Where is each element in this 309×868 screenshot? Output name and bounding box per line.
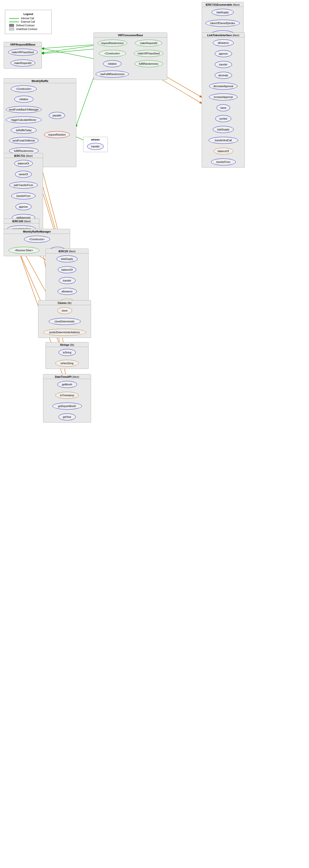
legend-box: Legend Internal Call External Call Defin…	[5, 10, 52, 34]
node-initialize-raffle: initialize	[14, 96, 33, 103]
contract-title-vrfconsumerbase: VRFConsumerBase	[94, 33, 167, 37]
contract-clones: Clones (lib) clone cloneDeterministic pr…	[38, 300, 91, 338]
node-triggercalculatewinner: triggerCalculateWinner	[6, 116, 41, 123]
contract-title-linktokeninterface: LinkTokenInterface (iface)	[202, 33, 245, 37]
node-name-link: name	[216, 104, 230, 111]
node-makevrfinputseed-base: makeVRFInputSeed	[8, 49, 38, 56]
legend-label-external: External Call	[21, 21, 35, 23]
node-transfer-20: transfer	[59, 277, 75, 284]
node-constructor-raffle: <Constructor>	[11, 85, 37, 92]
contract-title-ierc721enumerable: IERC721Enumerable (iface)	[202, 2, 243, 7]
node-transferfrom-721: transferFrom	[11, 192, 35, 199]
node-increaseapproval-link: increaseApproval	[209, 94, 238, 100]
legend-item-internal: Internal Call	[9, 17, 48, 20]
node-requestrandomness-vrf: requestRandomness	[98, 40, 127, 46]
legend-line-undefined	[9, 28, 14, 31]
legend-label-defined: Defined Contract	[16, 24, 34, 27]
legend-line-defined	[9, 24, 14, 27]
node-getmonth-datetime: getMonth	[57, 381, 77, 388]
node-constructor-vrf: <Constructor>	[99, 50, 126, 57]
legend-item-undefined: Undefined Contract	[9, 28, 48, 31]
node-symbol-link: symbol	[215, 115, 231, 122]
node-totalsupply-enum: totalSupply	[212, 9, 234, 16]
contract-title-weeklyraffle: WeeklyRaffle	[4, 79, 76, 83]
node-approve-link: approve	[215, 50, 232, 57]
node-transferfrom-link: transferFrom	[211, 158, 236, 165]
contract-strings: Strings (lib) toString toHexString	[45, 342, 89, 369]
node-getyear-datetime: getYear	[59, 413, 76, 420]
legend-item-defined: Defined Contract	[9, 24, 48, 27]
node-row-tokenofownerbyindex: tokenOfOwnerByIndex	[202, 18, 243, 29]
node-requestrandom-raffle: requestRandom	[44, 131, 70, 138]
node-row-totalsupply-enum: totalSupply	[202, 7, 243, 18]
contract-title-ierc721: IERC721 (iface)	[4, 153, 43, 158]
node-totalsupply-20: totalSupply	[57, 255, 78, 262]
node-safetransferfrom-721: safeTransferFrom	[9, 182, 38, 188]
node-transfer-link: transfer	[215, 61, 232, 68]
node-fulfillrandomness-vrf: fulfillRandomness	[134, 60, 163, 67]
node-balanceof-20: balanceOf	[58, 266, 76, 273]
node-transferandcall-link: transferAndCall	[209, 137, 238, 144]
contract-title-winner: winner	[84, 137, 107, 141]
node-allowance-20: allowance	[58, 288, 77, 295]
node-decreaseapproval-link: decreaseApproval	[209, 83, 238, 90]
contract-title-strings: Strings (lib)	[46, 342, 88, 347]
contract-title-weeklyraftlemanager: WeeklyRaffleManager	[4, 229, 70, 234]
node-allowance-link: allowance	[213, 39, 234, 46]
contract-vrfconsumerbase: VRFConsumerBase requestRandomness <Const…	[93, 32, 167, 80]
legend-line-internal	[9, 18, 19, 19]
contract-vrfrequestidbase: VRFRequestIDBase makeVRFInputSeed makeRe…	[4, 42, 42, 69]
node-predictdeterministicaddress-clones: predictDeterministicAddress	[43, 329, 86, 336]
legend-title: Legend	[9, 12, 48, 16]
node-approve-721: approve	[16, 203, 31, 210]
node-balanceof-link: balanceOf	[214, 148, 233, 155]
node-tohexstring-strings: toHexString	[55, 360, 79, 367]
node-totimestamp-datetime: toTimestamp	[55, 392, 79, 399]
legend-line-external	[9, 22, 19, 22]
node-ownerof-721: ownerOf	[15, 171, 32, 178]
contract-datetimeapi: DateTimeAPI (iface) getMonth toTimestamp…	[43, 374, 91, 423]
node-clonedeterministic-clones: cloneDeterministic	[49, 318, 81, 325]
node-receiveether-manager: <Receive Ether>	[9, 247, 39, 254]
node-initialize-vrf: initialize	[103, 60, 122, 67]
node-makevrfinputseed-vrf: makeVRFInputSeed	[134, 50, 163, 57]
node-balanceof-721: balanceOf	[14, 160, 33, 167]
node-makerequestid-base: makeRequestId	[10, 60, 35, 66]
node-payable-raffle: payable	[49, 112, 65, 119]
diagram-container: Legend Internal Call External Call Defin…	[0, 0, 309, 868]
contract-title-ierc20: IERC20 (iface)	[46, 249, 88, 253]
node-doraffletoday: doRaffleToday	[11, 127, 37, 134]
legend-item-external: External Call	[9, 21, 48, 23]
contract-title-datetimeapi: DateTimeAPI (iface)	[43, 374, 91, 379]
node-clone-clones: clone	[57, 307, 72, 314]
contract-linktokeninterface: LinkTokenInterface (iface) allowance app…	[202, 32, 245, 167]
node-makerequestid-vrf: makeRequestId	[135, 40, 162, 46]
contract-title-vrfrequestidbase: VRFRequestIDBase	[4, 42, 41, 47]
node-getdaysinmonth-datetime: getDaysInMonth	[53, 403, 82, 409]
node-sendfundstowinner: sendFundsToWinner	[9, 137, 39, 144]
legend-label-undefined: Undefined Contract	[16, 28, 37, 31]
node-tostring-strings: toString	[59, 349, 76, 356]
node-constructor-manager: <Constructor>	[24, 236, 50, 243]
node-sendfundsbacktomanager: sendFundsBackToManager	[6, 106, 41, 113]
node-rawfulfillrandomness-vrf: rawFulfillRandomness	[96, 71, 129, 78]
contract-title-clones: Clones (lib)	[38, 301, 91, 305]
contract-title-ierc165: IERC165 (iface)	[4, 219, 39, 223]
node-totalsupply-link: totalSupply	[213, 126, 234, 133]
node-transfer-winner: transfer	[87, 143, 104, 150]
legend-label-internal: Internal Call	[21, 17, 34, 20]
node-tokenofownerbyindex: tokenOfOwnerByIndex	[206, 20, 240, 27]
contract-winner: winner transfer	[83, 137, 108, 152]
node-decimals-link: decimals	[215, 72, 232, 79]
